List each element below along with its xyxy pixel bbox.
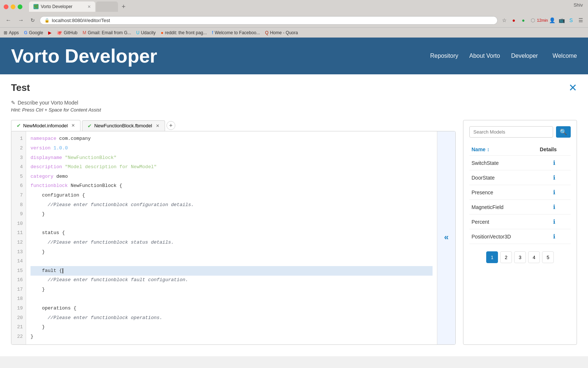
collapse-arrows-icon: « xyxy=(444,231,449,244)
code-editor[interactable]: 1 2 3 4 5 6 7 8 9 10 11 12 13 xyxy=(11,131,456,345)
bookmark-google[interactable]: G Google xyxy=(24,30,43,35)
table-row: Percent ℹ xyxy=(469,215,571,229)
bookmark-udacity[interactable]: U Udacity xyxy=(136,30,156,35)
code-line-4: description "Model description for NewMo… xyxy=(31,163,433,172)
close-tab-button[interactable]: ✕ xyxy=(87,4,91,9)
bookmark-facebook[interactable]: f Welcome to Faceboo... xyxy=(212,30,260,35)
addon-icon-2[interactable]: ● xyxy=(520,17,527,24)
page-button-3[interactable]: 3 xyxy=(514,251,526,263)
nav-developer[interactable]: Developer xyxy=(511,53,538,59)
bookmark-udacity-label: Udacity xyxy=(141,30,155,35)
maximize-window-button[interactable] xyxy=(18,4,22,9)
code-line-17: } xyxy=(31,285,433,295)
menu-icon[interactable]: ☰ xyxy=(577,17,584,24)
info-icon[interactable]: ℹ xyxy=(553,219,555,225)
app-header: Vorto Developer Repository About Vorto D… xyxy=(0,38,588,74)
address-bar[interactable]: 🔒 localhost:8080/#/editor/Test xyxy=(40,16,498,25)
bookmark-github[interactable]: 🐙 GitHub xyxy=(57,30,77,35)
star-icon[interactable]: ☆ xyxy=(501,17,508,24)
model-name-cell: MagneticField xyxy=(469,200,538,215)
bookmark-apps[interactable]: ⊞ Apps xyxy=(4,30,19,35)
youtube-icon: ▶ xyxy=(48,30,51,35)
model-table-body: SwitchState ℹ DoorState ℹ Presence ℹ Mag… xyxy=(469,156,571,244)
nav-about-vorto[interactable]: About Vorto xyxy=(469,53,500,59)
close-page-button[interactable]: ✕ xyxy=(569,82,577,94)
apps-grid-icon: ⊞ xyxy=(4,30,7,35)
header-welcome: Welcome xyxy=(553,53,577,59)
search-button[interactable]: 🔍 xyxy=(556,126,571,138)
model-name-cell: Presence xyxy=(469,185,538,200)
page-title-bar: Test ✕ xyxy=(11,82,577,94)
model-info-cell[interactable]: ℹ xyxy=(538,200,571,215)
tab-check-icon: ✔ xyxy=(17,123,21,128)
model-info-cell[interactable]: ℹ xyxy=(538,215,571,229)
inactive-tab[interactable] xyxy=(96,1,118,12)
info-icon[interactable]: ℹ xyxy=(553,233,555,240)
tab-infomodel[interactable]: ✔ NewModel.infomodel ✕ xyxy=(11,120,80,131)
nav-bar: ← → ↻ 🔒 localhost:8080/#/editor/Test ☆ ●… xyxy=(0,13,588,27)
code-line-18 xyxy=(31,294,433,304)
code-line-19: operations { xyxy=(31,304,433,314)
code-line-9: } xyxy=(31,210,433,219)
gmail-icon: M xyxy=(83,30,86,35)
add-tab-button[interactable]: + xyxy=(166,121,175,130)
info-icon[interactable]: ℹ xyxy=(553,204,555,210)
tab-infomodel-close[interactable]: ✕ xyxy=(71,123,75,128)
reload-button[interactable]: ↻ xyxy=(29,17,37,24)
code-line-2: version 1.0.0 xyxy=(31,144,433,153)
code-line-1: namespace com.company xyxy=(31,134,433,144)
nav-repository[interactable]: Repository xyxy=(430,53,458,59)
close-window-button[interactable] xyxy=(4,4,8,9)
addon-icon-5[interactable]: 👤 xyxy=(548,17,556,24)
new-tab-button[interactable]: + xyxy=(119,3,129,11)
page-button-1[interactable]: 1 xyxy=(486,251,498,263)
page-button-2[interactable]: 2 xyxy=(500,251,512,263)
model-info-cell[interactable]: ℹ xyxy=(538,170,571,185)
bookmark-youtube[interactable]: ▶ xyxy=(48,30,51,35)
addon-icon-4[interactable]: 12min xyxy=(539,17,546,24)
hint-label: Hint: Press Ctrl + Space for Content Ass… xyxy=(11,107,577,113)
info-icon[interactable]: ℹ xyxy=(553,189,555,195)
page-button-5[interactable]: 5 xyxy=(542,251,554,263)
model-name-cell: SwitchState xyxy=(469,156,538,170)
line-numbers: 1 2 3 4 5 6 7 8 9 10 11 12 13 xyxy=(11,131,26,344)
tab-fbmodel-close[interactable]: ✕ xyxy=(156,123,159,128)
code-content[interactable]: namespace com.company version 1.0.0 disp… xyxy=(26,131,437,344)
code-line-21: } xyxy=(31,323,433,332)
code-line-15: fault { xyxy=(31,266,433,276)
facebook-icon: f xyxy=(212,30,213,35)
tab-fbmodel[interactable]: ✔ NewFunctionBlock.fbmodel ✕ xyxy=(82,120,165,131)
tab-fbmodel-check-icon: ✔ xyxy=(87,123,92,129)
page-button-4[interactable]: 4 xyxy=(528,251,540,263)
search-input[interactable] xyxy=(469,126,553,138)
active-tab[interactable]: 🌿 Vorto Developer ✕ xyxy=(29,1,95,12)
bookmark-google-label: Google xyxy=(29,30,43,35)
bookmark-reddit-label: reddit: the front pag... xyxy=(165,30,207,35)
code-line-20: //Please enter functionblock operations. xyxy=(31,313,433,323)
model-info-cell[interactable]: ℹ xyxy=(538,229,571,244)
skype-icon[interactable]: S xyxy=(567,17,575,24)
forward-button[interactable]: → xyxy=(16,16,26,24)
info-icon[interactable]: ℹ xyxy=(553,174,555,181)
column-header-name[interactable]: Name ↕ xyxy=(469,144,538,156)
bookmark-github-label: GitHub xyxy=(64,30,77,35)
collapse-panel-button[interactable]: « xyxy=(437,131,455,344)
back-button[interactable]: ← xyxy=(4,16,13,24)
model-info-cell[interactable]: ℹ xyxy=(538,185,571,200)
bookmarks-bar: ⊞ Apps G Google ▶ 🐙 GitHub M Gmail: Emai… xyxy=(0,27,588,38)
bookmark-quora[interactable]: Q Home - Quora xyxy=(265,30,298,35)
bookmark-gmail[interactable]: M Gmail: Email from G... xyxy=(83,30,131,35)
minimize-window-button[interactable] xyxy=(11,4,15,9)
info-icon[interactable]: ℹ xyxy=(553,160,555,166)
bookmark-reddit[interactable]: ● reddit: the front pag... xyxy=(161,30,207,35)
addon-icon-3[interactable]: ⬡ xyxy=(529,17,537,24)
bookmark-quora-label: Home - Quora xyxy=(270,30,298,35)
pagination: 12345 xyxy=(469,251,571,263)
model-name-cell: Percent xyxy=(469,215,538,229)
app-title: Vorto Developer xyxy=(11,45,430,67)
model-info-cell[interactable]: ℹ xyxy=(538,156,571,170)
addon-icon-1[interactable]: ● xyxy=(510,17,517,24)
lock-icon: 🔒 xyxy=(44,18,50,23)
code-line-8: //Please enter functionblock configurati… xyxy=(31,200,433,210)
cast-icon[interactable]: 📺 xyxy=(558,17,565,24)
